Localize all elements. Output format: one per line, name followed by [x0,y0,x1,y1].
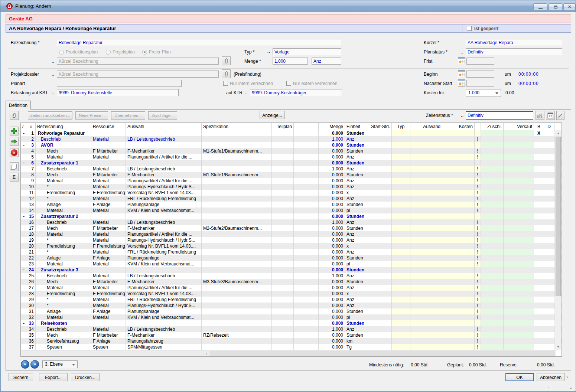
table-row[interactable]: 7BeschriebMaterialLB / Leistungsbeschrie… [21,166,562,172]
table-row[interactable]: 32MaterialMaterialKVM / Klein und Verbra… [21,314,562,320]
typ-input[interactable]: Vorlage [273,48,341,55]
table-row[interactable]: 20FremdleistungF FremdleistungVorschlag … [21,243,562,249]
column-header-Ressource[interactable]: Ressource [91,123,126,130]
minimize-button[interactable] [533,3,547,10]
column-header-Teilplan[interactable]: Teilplan [272,123,294,130]
title-bar[interactable]: Planung: Ändern × [0,0,576,12]
kuerzel-input[interactable]: AA Rohvorlage Repara [466,39,562,46]
table-row[interactable]: 31AnlageF AnlagePlanungsanlage0.000Stund… [21,308,562,314]
table-row[interactable]: 9MaterialMaterialPlanungsartikel / Artik… [21,178,562,184]
table-row[interactable]: 29*MaterialFRL / Rückmeldung Fremdleistu… [21,297,562,303]
zuschlaege-button[interactable]: Zuschläge... [148,111,177,120]
table-row[interactable]: 18MaterialMaterialPlanungsartikel / Arti… [21,231,562,237]
planstatus-lookup-dots[interactable]: .. [461,50,463,54]
calendar-12-button[interactable]: 12 [546,111,555,120]
table-row[interactable]: 26MechF MitarbeiterF-MechanikerM3-Stufe3… [21,279,562,285]
ist-gesperrt-checkbox[interactable] [467,26,472,31]
abbrechen-button[interactable]: Abbrechen [537,373,565,381]
table-row[interactable]: 14MaterialMaterialKVM / Klein und Verbra… [21,208,562,213]
column-header-Zuschl.[interactable]: Zuschl. [481,123,504,130]
column-header-blank[interactable] [294,123,319,130]
kst-input[interactable]: 9999: Dummy-Kostenstelle [57,89,179,96]
column-header-Menge[interactable]: Menge [319,123,345,130]
column-header-Verkauf[interactable]: Verkauf [504,123,534,130]
frist-calendar-icon[interactable] [458,57,465,64]
outer-scroll-down-icon[interactable]: ∨ [566,375,569,379]
table-row[interactable]: 2BeschriebMaterialLB / Leistungsbeschrie… [21,136,562,142]
typ-lookup-dots[interactable]: .. [267,49,270,53]
table-row[interactable]: 10*MaterialPlanungs-Hydrschlauch / Hydr.… [21,184,562,190]
planstatus-input[interactable]: Definitiv [466,48,562,55]
resize-grip[interactable] [570,386,573,389]
table-row[interactable]: 23MaterialMaterialKVM / Klein und Verbra… [21,261,562,267]
beginn-time[interactable]: 00:00:00 [518,72,539,77]
ok-button[interactable]: OK [505,373,534,381]
ktr-input[interactable]: 9999: Dummy-Kostenträger [250,89,342,96]
column-header-/[interactable]: / [21,123,27,130]
radio-projektplan[interactable] [106,50,111,55]
table-row[interactable]: 35MechF MitarbeiterF-MechanikerRZ/Reisez… [21,332,562,338]
horizontal-scrollbar[interactable]: ‹ [21,350,556,356]
table-row[interactable]: -1Rohvorlage Reparatur0.000StundenX [21,130,562,136]
zeiten-zuruecksetzen-button[interactable]: Zeiten zurücksetzen... [28,111,72,120]
naechster-start-time[interactable]: 00:00:00 [518,81,539,86]
column-header-B[interactable]: B [534,123,544,130]
kst-lookup-dots[interactable]: .. [52,91,55,95]
horizontal-scroll-thumb[interactable] [210,351,555,356]
drucken-button[interactable]: Drucken... [71,373,100,381]
maximize-button[interactable] [549,3,562,10]
table-row[interactable]: 27MaterialMaterialPlanungsartikel / Arti… [21,285,562,291]
column-header-Einheit[interactable]: Einheit [345,123,367,130]
column-header-blank[interactable] [475,123,481,130]
scroll-left-icon[interactable]: ‹ [204,351,209,356]
table-row[interactable]: 16BeschriebMaterialLB / Leistungsbeschri… [21,219,562,225]
sum-button[interactable]: Σ [10,173,19,182]
table-row[interactable]: 37SpesenSpesenSPM/Mittagessen0.000Tg! [21,344,562,350]
column-header-Aufwand[interactable]: Aufwand [410,123,442,130]
table-row[interactable]: 12*MaterialFRL / Rückmeldung Fremdleistu… [21,196,562,202]
pencil-line-button[interactable] [556,111,564,120]
table-row[interactable]: -24Zusatzreparatur 30.000Stunden [21,267,562,273]
close-button[interactable]: × [563,3,576,10]
grid-attachment-button[interactable] [10,111,19,120]
table-row[interactable]: -3AVOR0.000Stunden [21,142,562,148]
sichern-button[interactable]: Sichern [9,373,33,381]
nav-last-button[interactable]: » [30,360,39,369]
chart-edit-button[interactable] [536,111,544,120]
projektdossier-attachment-button[interactable] [222,69,231,78]
menge-unit-input[interactable]: Anz [312,58,341,65]
add-row-button[interactable] [10,127,19,135]
table-row[interactable]: 17MechF MitarbeiterF-MechanikerM2-Stufe2… [21,225,562,231]
frist-input[interactable] [466,58,494,65]
column-header-Auswahl[interactable]: Auswahl [126,123,202,130]
table-row[interactable]: -6Zusatzreparatur 10.000Stunden [21,160,562,166]
naechster-start-input[interactable] [466,80,494,87]
table-row[interactable]: 8MechF MitarbeiterF-MechanikerM1-Stufe1/… [21,172,562,178]
column-header-Bezeichnung[interactable]: Bezeichnung [36,123,91,130]
column-header-D[interactable]: D [544,123,554,130]
plan-attachment-button[interactable] [222,56,231,65]
vertical-scroll-thumb[interactable] [556,137,561,296]
export-button[interactable]: Export... [39,373,68,381]
zeilenstatus-input[interactable]: Definitiv [466,111,533,120]
beginn-input[interactable] [466,71,494,78]
table-row[interactable]: 22AnlageF AnlagePlanungsanlage0.000Stund… [21,255,562,261]
copy-button[interactable] [10,162,19,171]
table-row[interactable]: 13AnlageF AnlagePlanungsanlage0.000Stund… [21,202,562,208]
table-row[interactable]: 5MaterialMaterialPlanungsartikel / Artik… [21,154,562,160]
scroll-down-icon[interactable]: ▼ [555,344,561,350]
column-header-Start-Std.[interactable]: Start-Std. [367,123,392,130]
outer-scroll-right-icon[interactable]: › [548,385,549,389]
projektdossier-input[interactable]: Kürzel Bezeichnung [57,71,219,78]
uebernehmen-button[interactable]: Übernehmen... [111,111,145,120]
plan-lookup-input[interactable]: Kürzel Bezeichnung [57,58,219,65]
ebene-select[interactable]: 3. Ebene [42,360,78,368]
vertical-scrollbar[interactable]: ▲ ▼ [555,130,561,350]
projektdossier-lookup-dots[interactable]: .. [52,72,55,76]
indent-row-button[interactable] [10,137,19,146]
zeilenstatus-lookup-dots[interactable]: .. [461,113,464,118]
scroll-up-icon[interactable]: ▲ [555,130,561,136]
column-header-Spezifikation[interactable]: Spezifikation [202,123,272,130]
table-row[interactable]: 11FremdleistungF FremdleistungVorschlag … [21,190,562,196]
table-row[interactable]: -33Reisekosten0.000Stunden [21,320,562,326]
